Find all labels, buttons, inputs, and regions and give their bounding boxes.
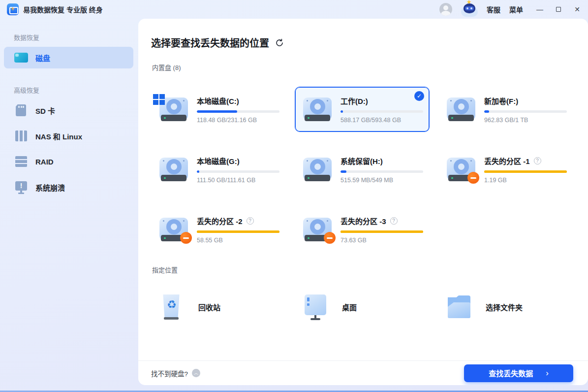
lost-partition-icon bbox=[447, 157, 475, 182]
drive-card-d[interactable]: ✓ 工作(D:) 588.17 GB/593.48 GB bbox=[295, 87, 430, 132]
nas-icon bbox=[14, 129, 29, 143]
drive-card-c[interactable]: 本地磁盘(C:) 118.48 GB/231.16 GB bbox=[151, 87, 286, 132]
page-title: 选择要查找丢失数据的位置 bbox=[151, 35, 269, 50]
sidebar-item-raid[interactable]: RAID bbox=[4, 151, 133, 172]
location-label: 回收站 bbox=[198, 302, 220, 312]
drive-name: 丢失的分区 -2 bbox=[197, 216, 243, 226]
usage-bar bbox=[340, 230, 423, 233]
sidebar-item-disk[interactable]: 磁盘 bbox=[4, 47, 133, 68]
help-question-icon[interactable]: ? bbox=[247, 217, 254, 225]
sidebar-section-advanced: 高级恢复 bbox=[0, 85, 138, 95]
sidebar-section-data-recovery: 数据恢复 bbox=[0, 33, 138, 42]
arrow-right-icon: › bbox=[546, 369, 549, 377]
refresh-icon[interactable] bbox=[275, 38, 284, 47]
drive-capacity: 58.55 GB bbox=[197, 237, 279, 244]
drive-capacity: 962.83 GB/1 TB bbox=[484, 117, 567, 124]
location-row: ♻ 回收站 桌面 选择文件夹 bbox=[151, 288, 575, 326]
usage-bar bbox=[197, 110, 279, 113]
scan-button-label: 查找丢失数据 bbox=[489, 368, 533, 378]
menu-link[interactable]: 菜单 bbox=[509, 4, 523, 14]
lost-partition-icon bbox=[303, 217, 332, 242]
recycle-bin-icon: ♻ bbox=[159, 293, 185, 321]
selected-check-icon: ✓ bbox=[414, 91, 424, 101]
specified-location-label: 指定位置 bbox=[152, 265, 575, 274]
footer-bar: 找不到硬盘? ︿ 查找丢失数据 › bbox=[138, 360, 588, 385]
sd-card-icon bbox=[14, 103, 29, 118]
user-avatar[interactable] bbox=[439, 3, 452, 16]
sidebar: 数据恢复 磁盘 高级恢复 SD 卡 NAS 和 Linux RAID 系统崩溃 bbox=[0, 19, 138, 392]
sidebar-item-label: RAID bbox=[35, 158, 54, 166]
windows-logo-icon bbox=[153, 94, 165, 105]
sidebar-item-nas-linux[interactable]: NAS 和 Linux bbox=[4, 125, 133, 147]
lost-minus-badge-icon bbox=[467, 172, 479, 184]
chevron-up-icon[interactable]: ︿ bbox=[192, 369, 200, 377]
usage-bar bbox=[197, 230, 279, 233]
hard-drive-icon bbox=[159, 157, 188, 182]
sidebar-item-label: SD 卡 bbox=[35, 105, 55, 116]
location-label: 桌面 bbox=[342, 302, 357, 312]
raid-icon bbox=[14, 154, 29, 169]
drive-name: 丢失的分区 -3 bbox=[340, 216, 386, 226]
hard-drive-icon bbox=[159, 97, 188, 122]
drive-capacity: 118.48 GB/231.16 GB bbox=[197, 117, 279, 124]
usage-bar bbox=[484, 110, 567, 113]
maximize-button[interactable] bbox=[555, 5, 562, 13]
folder-icon bbox=[446, 293, 472, 321]
sidebar-item-label: 系统崩溃 bbox=[35, 182, 65, 193]
usage-bar bbox=[197, 170, 279, 173]
drive-capacity: 515.59 MB/549 MB bbox=[340, 177, 423, 184]
app-logo-icon bbox=[7, 3, 19, 15]
help-question-icon[interactable]: ? bbox=[534, 157, 541, 164]
internal-disks-label: 内置盘 (8) bbox=[152, 63, 575, 72]
location-recycle-bin[interactable]: ♻ 回收站 bbox=[151, 288, 295, 326]
drive-card-lost-1[interactable]: 丢失的分区 -1 ? 1.19 GB bbox=[438, 147, 573, 192]
system-crash-icon bbox=[14, 180, 29, 195]
lost-partition-icon bbox=[159, 217, 188, 242]
drive-capacity: 1.19 GB bbox=[484, 177, 567, 184]
help-question-icon[interactable]: ? bbox=[390, 217, 398, 225]
support-link[interactable]: 客服 bbox=[487, 4, 500, 14]
drive-card-lost-2[interactable]: 丢失的分区 -2 ? 58.55 GB bbox=[151, 207, 286, 252]
drive-grid: 本地磁盘(C:) 118.48 GB/231.16 GB ✓ 工作(D:) 58… bbox=[151, 87, 575, 252]
drive-name: 本地磁盘(G:) bbox=[197, 156, 240, 166]
location-desktop[interactable]: 桌面 bbox=[295, 288, 438, 326]
location-label: 选择文件夹 bbox=[486, 302, 523, 312]
lost-minus-badge-icon bbox=[180, 232, 192, 244]
lost-minus-badge-icon bbox=[324, 232, 336, 244]
assistant-robot-icon[interactable]: ★ bbox=[461, 2, 478, 17]
drive-name: 丢失的分区 -1 bbox=[484, 156, 530, 166]
sidebar-item-system-crash[interactable]: 系统崩溃 bbox=[4, 176, 133, 198]
titlebar: 易我数据恢复 专业版 终身 ★ 客服 菜单 — ✕ bbox=[0, 0, 588, 19]
hard-drive-icon bbox=[303, 157, 332, 182]
hard-drive-icon bbox=[447, 97, 475, 122]
sidebar-item-label: 磁盘 bbox=[35, 53, 50, 63]
drive-card-h[interactable]: 系统保留(H:) 515.59 MB/549 MB bbox=[295, 147, 430, 192]
drive-name: 新加卷(F:) bbox=[484, 96, 518, 106]
drive-capacity: 111.50 GB/111.61 GB bbox=[197, 177, 279, 184]
drive-card-f[interactable]: 新加卷(F:) 962.83 GB/1 TB bbox=[438, 87, 573, 132]
minimize-button[interactable]: — bbox=[536, 5, 544, 13]
drive-name: 工作(D:) bbox=[340, 96, 368, 106]
drive-card-g[interactable]: 本地磁盘(G:) 111.50 GB/111.61 GB bbox=[151, 147, 286, 192]
drive-card-lost-3[interactable]: 丢失的分区 -3 ? 73.63 GB bbox=[295, 207, 430, 252]
cannot-find-disk-text: 找不到硬盘? bbox=[151, 368, 188, 378]
close-button[interactable]: ✕ bbox=[573, 5, 581, 13]
location-select-folder[interactable]: 选择文件夹 bbox=[438, 288, 582, 326]
app-title: 易我数据恢复 专业版 终身 bbox=[23, 4, 103, 14]
usage-bar bbox=[484, 170, 567, 173]
scan-lost-data-button[interactable]: 查找丢失数据 › bbox=[464, 364, 573, 382]
disk-icon bbox=[14, 50, 29, 65]
drive-name: 系统保留(H:) bbox=[340, 156, 383, 166]
drive-name: 本地磁盘(C:) bbox=[197, 96, 239, 106]
desktop-icon bbox=[303, 293, 328, 321]
main-panel: 选择要查找丢失数据的位置 内置盘 (8) 本地磁盘(C:) 118.48 GB/… bbox=[138, 19, 588, 385]
hard-drive-icon bbox=[303, 97, 332, 122]
sidebar-item-sd-card[interactable]: SD 卡 bbox=[4, 99, 133, 121]
usage-bar bbox=[340, 170, 423, 173]
drive-capacity: 588.17 GB/593.48 GB bbox=[340, 117, 423, 124]
sidebar-item-label: NAS 和 Linux bbox=[35, 131, 82, 141]
drive-capacity: 73.63 GB bbox=[340, 237, 423, 244]
usage-bar bbox=[340, 110, 423, 113]
